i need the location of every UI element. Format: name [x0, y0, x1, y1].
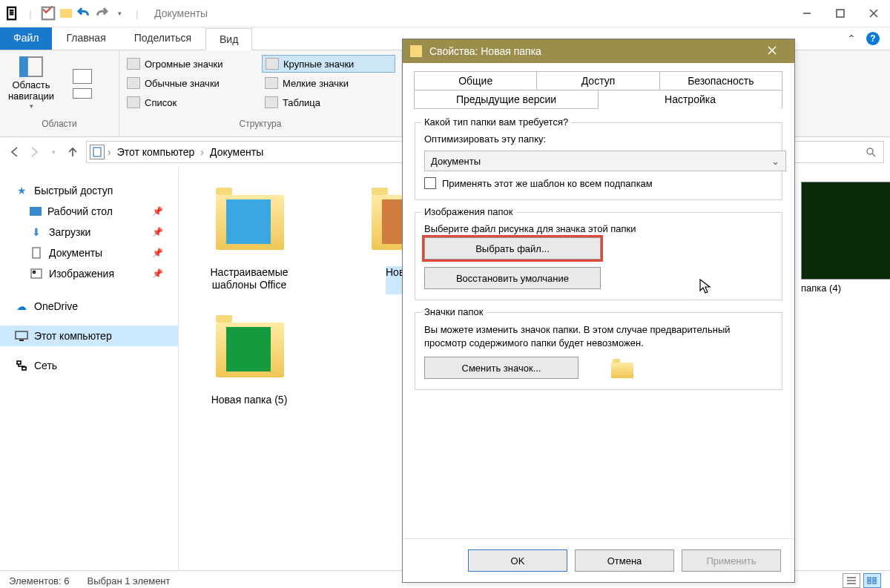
nav-up-button[interactable] [64, 143, 82, 161]
address-doc-icon [90, 145, 105, 159]
folder-label: Новая папка (5) [211, 394, 288, 422]
svg-rect-7 [33, 248, 40, 258]
change-icon-button[interactable]: Сменить значок... [424, 357, 578, 379]
svg-rect-10 [16, 331, 27, 339]
search-icon [866, 147, 876, 157]
computer-icon [15, 329, 28, 343]
tab-share[interactable]: Поделиться [120, 27, 205, 50]
qat-dropdown-icon[interactable]: ▾ [111, 5, 128, 22]
nav-pane-button[interactable]: Область навигации ▾ [0, 51, 62, 115]
window-titlebar: | ▾ | Документы [0, 0, 890, 27]
dialog-titlebar[interactable]: Свойства: Новая папка [403, 39, 794, 63]
tree-onedrive[interactable]: ☁OneDrive [0, 296, 178, 317]
tree-documents[interactable]: Документы📌 [0, 242, 178, 263]
fs-legend: Значки папок [421, 306, 487, 317]
qat-separator: | [22, 5, 39, 22]
breadcrumb-root[interactable]: Этот компьютер [111, 142, 201, 162]
svg-rect-2 [837, 10, 844, 17]
download-icon: ⬇ [30, 225, 43, 239]
choose-file-hint: Выберите файл рисунка для значка этой па… [424, 223, 773, 234]
pin-icon: 📌 [152, 268, 163, 279]
layout-large-icons[interactable]: Крупные значки [262, 55, 395, 73]
fs-folder-icons: Значки папок Вы можете изменить значок п… [415, 312, 782, 390]
tree-network[interactable]: Сеть [0, 355, 178, 376]
close-button[interactable] [857, 2, 890, 24]
preview-pane-icon[interactable] [73, 69, 92, 84]
dialog-folder-icon [410, 45, 422, 57]
fs-folder-images: Изображения папок Выберите файл рисунка … [415, 212, 782, 300]
breadcrumb-loc[interactable]: Документы [204, 142, 269, 162]
svg-rect-0 [7, 7, 16, 20]
dialog-tab-previous[interactable]: Предыдущие версии [414, 90, 599, 109]
dialog-tab-share[interactable]: Доступ [536, 71, 659, 90]
redo-icon[interactable] [93, 5, 110, 22]
status-selection: Выбран 1 элемент [87, 575, 170, 587]
onedrive-icon: ☁ [15, 300, 28, 313]
restore-default-button[interactable]: Восстановить умолчание [424, 267, 601, 289]
svg-rect-13 [868, 578, 871, 580]
svg-rect-5 [93, 148, 101, 156]
status-count: Элементов: 6 [9, 575, 69, 587]
tree-this-pc[interactable]: Этот компьютер [0, 326, 178, 346]
tree-desktop[interactable]: Рабочий стол📌 [0, 201, 178, 222]
ribbon-group-layout: Огромные значки Крупные значки Обычные з… [119, 50, 402, 136]
nav-tree: ★Быстрый доступ Рабочий стол📌 ⬇Загрузки📌… [0, 167, 179, 570]
folder-preview-icon [611, 359, 633, 378]
help-icon[interactable]: ? [866, 32, 880, 45]
document-icon [30, 246, 43, 260]
maximize-button[interactable] [823, 2, 857, 24]
layout-small-icons[interactable]: Мелкие значки [262, 74, 395, 92]
optimize-select[interactable]: Документы ⌄ [424, 151, 786, 171]
tree-downloads[interactable]: ⬇Загрузки📌 [0, 222, 178, 242]
optimize-value: Документы [431, 156, 481, 167]
folder-icon [208, 182, 290, 263]
qat-document-icon[interactable] [4, 5, 21, 22]
qat-props-icon[interactable] [40, 5, 56, 22]
apply-button[interactable]: Применить [682, 549, 781, 572]
folder-item[interactable]: Настраиваемые шаблоны Office [194, 182, 305, 294]
nav-history-dropdown[interactable]: ▾ [44, 143, 62, 161]
ribbon-collapse-icon[interactable]: ⌃ [847, 33, 856, 44]
tree-quick-access[interactable]: ★Быстрый доступ [0, 180, 178, 201]
qat-folder-icon[interactable] [58, 5, 74, 22]
svg-rect-16 [873, 581, 876, 584]
layout-huge-icons[interactable]: Огромные значки [124, 55, 257, 73]
dialog-close-button[interactable] [757, 45, 787, 57]
svg-rect-12 [22, 367, 26, 370]
undo-icon[interactable] [76, 5, 92, 22]
folder-item-cropped[interactable]: папка (4) [801, 182, 890, 294]
tab-home[interactable]: Главная [52, 27, 119, 50]
dialog-tab-general[interactable]: Общие [414, 71, 537, 90]
tab-file[interactable]: Файл [0, 27, 52, 50]
svg-rect-15 [868, 581, 871, 584]
dialog-tab-security[interactable]: Безопасность [659, 71, 782, 90]
ribbon-group-panes-label: Области [0, 116, 119, 131]
svg-point-9 [33, 271, 36, 274]
dialog-button-bar: OK Отмена Применить [403, 538, 794, 582]
view-details-button[interactable] [843, 573, 860, 588]
svg-point-6 [867, 148, 873, 154]
folder-item[interactable]: Новая папка (5) [194, 309, 305, 422]
tree-pictures[interactable]: Изображения📌 [0, 263, 178, 284]
layout-list[interactable]: Список [124, 93, 257, 111]
layout-normal-icons[interactable]: Обычные значки [124, 74, 257, 92]
layout-table[interactable]: Таблица [262, 93, 395, 111]
apply-subfolders-checkbox[interactable]: Применять этот же шаблон ко всем подпапк… [424, 177, 773, 189]
choose-file-button[interactable]: Выбрать файл... [424, 237, 601, 260]
ribbon-group-panes: Область навигации ▾ Области [0, 50, 119, 136]
fs-legend: Какой тип папки вам требуется? [421, 116, 571, 128]
nav-forward-button[interactable] [25, 143, 43, 161]
nav-pane-label: Область навигации [0, 80, 62, 102]
minimize-button[interactable] [790, 2, 823, 24]
ok-button[interactable]: OK [468, 549, 567, 572]
nav-back-button[interactable] [6, 143, 24, 161]
svg-rect-11 [17, 361, 21, 364]
cancel-button[interactable]: Отмена [575, 549, 674, 572]
view-large-icons-button[interactable] [863, 573, 881, 588]
properties-dialog: Свойства: Новая папка Общие Доступ Безоп… [402, 39, 795, 583]
dialog-tab-customize[interactable]: Настройка [598, 90, 782, 109]
svg-rect-8 [31, 269, 42, 278]
tab-view[interactable]: Вид [205, 28, 252, 50]
folder-label: Настраиваемые шаблоны Office [194, 266, 305, 294]
details-pane-icon[interactable] [73, 88, 92, 99]
